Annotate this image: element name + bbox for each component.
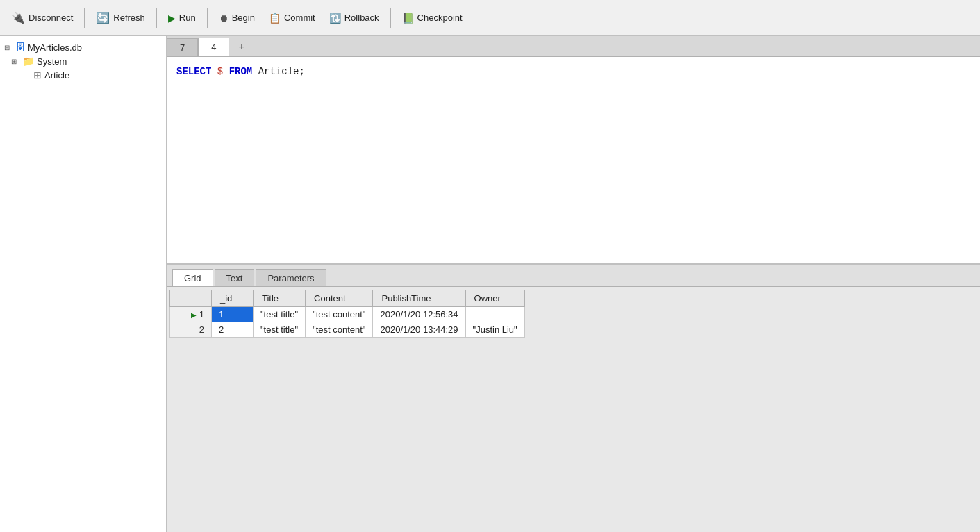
cell-id-2[interactable]: 2 <box>212 322 254 338</box>
divider-2 <box>156 8 157 28</box>
result-tab-parameters[interactable]: Parameters <box>256 269 326 286</box>
commit-label: Commit <box>284 13 315 23</box>
disconnect-label: Disconnect <box>28 13 73 23</box>
run-label: Run <box>179 13 196 23</box>
cell-content-1[interactable]: "test content" <box>306 307 373 322</box>
checkpoint-icon: 📗 <box>402 13 414 24</box>
editor-tabs: 7 4 + <box>167 36 980 57</box>
begin-label: Begin <box>232 13 255 23</box>
sql-dollar: $ <box>217 66 223 77</box>
article-table-label: Article <box>44 70 69 81</box>
sql-editor[interactable]: SELECT $ FROM Article; <box>167 57 980 265</box>
right-panel: 7 4 + SELECT $ FROM Article; Grid <box>167 36 980 532</box>
tree-item-article[interactable]: ⊞ Article <box>0 68 166 82</box>
refresh-label: Refresh <box>113 13 145 23</box>
grid-header-row: _id Title Content PublishTime Owner <box>170 290 525 307</box>
col-id[interactable]: _id <box>212 290 254 307</box>
sidebar: ⊟ 🗄 MyArticles.db ⊞ 📁 System ⊞ Article <box>0 36 167 532</box>
cell-owner-1[interactable] <box>465 307 524 322</box>
tree-item-db[interactable]: ⊟ 🗄 MyArticles.db <box>0 40 166 54</box>
result-tab-text[interactable]: Text <box>215 269 255 286</box>
refresh-button[interactable]: 🔄 Refresh <box>90 8 151 27</box>
from-keyword: FROM <box>229 66 253 77</box>
data-grid-wrapper: _id Title Content PublishTime Owner ▶ 1 <box>167 287 980 532</box>
divider-4 <box>390 8 391 28</box>
result-tab-grid[interactable]: Grid <box>172 269 213 286</box>
folder-icon: 📁 <box>22 56 34 67</box>
cell-title-1[interactable]: "test title" <box>254 307 306 322</box>
results-panel: Grid Text Parameters _id Title <box>167 265 980 532</box>
cell-id-1[interactable]: 1 <box>212 307 254 322</box>
rollback-label: Rollback <box>344 13 379 23</box>
system-folder-label: System <box>37 56 67 67</box>
cell-title-2[interactable]: "test title" <box>254 322 306 338</box>
data-grid: _id Title Content PublishTime Owner ▶ 1 <box>169 290 525 338</box>
disconnect-button[interactable]: 🔌 Disconnect <box>6 8 78 27</box>
result-tabs: Grid Text Parameters <box>167 265 980 287</box>
editor-tab-7[interactable]: 7 <box>167 38 198 56</box>
row-indicator-2: 2 <box>170 322 212 338</box>
tree-item-system[interactable]: ⊞ 📁 System <box>0 54 166 68</box>
begin-icon: ⏺ <box>219 13 229 24</box>
editor-tab-add[interactable]: + <box>229 36 254 56</box>
tree-toggle-system: ⊞ <box>11 58 19 65</box>
main-layout: ⊟ 🗄 MyArticles.db ⊞ 📁 System ⊞ Article 7… <box>0 36 980 532</box>
toolbar: 🔌 Disconnect 🔄 Refresh ▶ Run ⏺ Begin 📋 C… <box>0 0 980 36</box>
refresh-icon: 🔄 <box>96 11 110 24</box>
checkpoint-label: Checkpoint <box>417 13 463 23</box>
checkpoint-button[interactable]: 📗 Checkpoint <box>397 10 468 26</box>
cell-owner-2[interactable]: "Justin Liu" <box>465 322 524 338</box>
cell-publishtime-1[interactable]: 2020/1/20 12:56:34 <box>373 307 465 322</box>
run-button[interactable]: ▶ Run <box>163 10 201 26</box>
rollback-button[interactable]: 🔃 Rollback <box>324 10 385 26</box>
database-icon: 🗄 <box>15 42 25 53</box>
table-row[interactable]: ▶ 1 1 "test title" "test content" 2020/1… <box>170 307 525 322</box>
rollback-icon: 🔃 <box>329 13 341 24</box>
commit-button[interactable]: 📋 Commit <box>263 10 321 26</box>
cell-content-2[interactable]: "test content" <box>306 322 373 338</box>
cell-publishtime-2[interactable]: 2020/1/20 13:44:29 <box>373 322 465 338</box>
row-indicator-1: ▶ 1 <box>170 307 212 322</box>
disconnect-icon: 🔌 <box>11 11 25 24</box>
select-keyword: SELECT <box>176 66 211 77</box>
table-icon: ⊞ <box>33 69 42 81</box>
divider-3 <box>207 8 208 28</box>
sql-space3: Article; <box>258 66 305 77</box>
col-indicator <box>170 290 212 307</box>
table-row[interactable]: 2 2 "test title" "test content" 2020/1/2… <box>170 322 525 338</box>
col-title[interactable]: Title <box>254 290 306 307</box>
commit-icon: 📋 <box>269 13 281 24</box>
col-owner[interactable]: Owner <box>465 290 524 307</box>
begin-button[interactable]: ⏺ Begin <box>213 10 260 26</box>
tree-toggle-db: ⊟ <box>4 44 13 51</box>
row-arrow-icon: ▶ <box>191 311 197 319</box>
run-icon: ▶ <box>168 13 176 24</box>
col-publishtime[interactable]: PublishTime <box>373 290 465 307</box>
divider-1 <box>84 8 85 28</box>
editor-tab-4[interactable]: 4 <box>198 38 229 56</box>
db-name-label: MyArticles.db <box>28 42 82 53</box>
col-content[interactable]: Content <box>306 290 373 307</box>
